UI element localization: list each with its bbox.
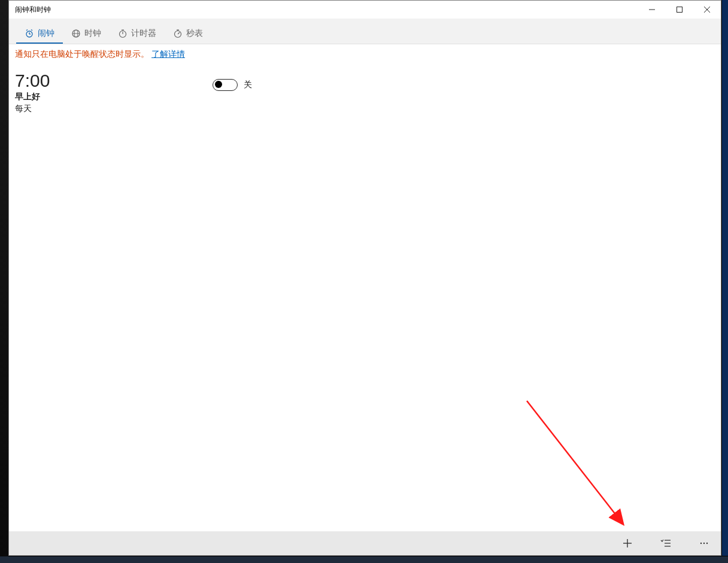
- alarm-item[interactable]: 7:00 早上好 每天 关: [9, 65, 721, 114]
- titlebar: 闹钟和时钟: [9, 1, 721, 19]
- minimize-button[interactable]: [638, 1, 666, 19]
- alarm-time: 7:00: [15, 71, 201, 90]
- notification-text: 通知只在电脑处于唤醒状态时显示。: [15, 49, 149, 60]
- window-controls: [638, 1, 721, 19]
- window-title: 闹钟和时钟: [15, 5, 51, 15]
- desktop-right-sliver: [722, 0, 728, 556]
- tab-label: 计时器: [131, 28, 156, 39]
- more-button[interactable]: [692, 531, 716, 555]
- tab-label: 秒表: [186, 28, 203, 39]
- alarm-info: 7:00 早上好 每天: [15, 71, 201, 114]
- timer-icon: [118, 29, 128, 38]
- toggle-knob: [215, 81, 222, 88]
- desktop-left-sliver: [0, 0, 8, 563]
- taskbar-sliver: [0, 556, 728, 563]
- alarm-name: 早上好: [15, 92, 201, 102]
- svg-point-24: [700, 543, 702, 544]
- alarm-icon: [25, 29, 34, 38]
- learn-more-link[interactable]: 了解详情: [151, 49, 185, 60]
- notification-bar: 通知只在电脑处于唤醒状态时显示。 了解详情: [9, 44, 721, 65]
- alarm-toggle-area: 关: [213, 79, 252, 91]
- stopwatch-icon: [173, 29, 183, 38]
- select-alarms-button[interactable]: [654, 531, 678, 555]
- add-alarm-button[interactable]: [615, 531, 639, 555]
- tab-alarm[interactable]: 闹钟: [16, 22, 63, 44]
- svg-line-7: [26, 30, 28, 31]
- tab-label: 闹钟: [38, 28, 54, 39]
- alarm-toggle[interactable]: [213, 79, 238, 91]
- tab-label: 时钟: [84, 28, 101, 39]
- tab-stopwatch[interactable]: 秒表: [165, 22, 211, 44]
- app-window: 闹钟和时钟 闹钟 时钟: [8, 0, 721, 556]
- tab-clock[interactable]: 时钟: [63, 22, 110, 44]
- svg-line-16: [178, 32, 180, 34]
- alarm-repeat: 每天: [15, 104, 201, 114]
- toggle-state-label: 关: [244, 80, 252, 90]
- maximize-button[interactable]: [666, 1, 693, 19]
- tab-timer[interactable]: 计时器: [110, 22, 165, 44]
- svg-point-26: [706, 543, 708, 544]
- world-clock-icon: [71, 29, 81, 38]
- svg-point-25: [703, 543, 705, 544]
- svg-line-8: [31, 30, 32, 31]
- close-button[interactable]: [693, 1, 721, 19]
- command-bar: [9, 531, 721, 555]
- svg-rect-1: [677, 7, 682, 13]
- tabs-bar: 闹钟 时钟 计时器 秒表: [9, 19, 721, 44]
